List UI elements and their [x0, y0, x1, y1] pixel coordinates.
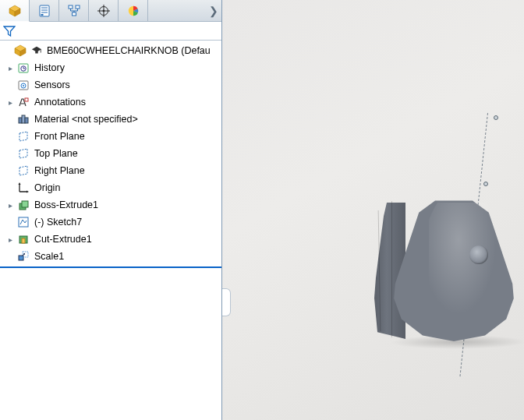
model-highlight: [429, 203, 503, 327]
piecolor-icon: [127, 5, 140, 17]
crosshair-icon: [97, 5, 110, 17]
svg-rect-38: [22, 238, 25, 243]
svg-rect-30: [22, 115, 25, 123]
axis-endpoint: [494, 115, 498, 120]
cutextrude-icon: [16, 232, 31, 246]
tree-node-label: Scale1: [33, 251, 66, 262]
cube-gold-icon: [12, 44, 28, 58]
tree-node-label: Annotations: [33, 97, 87, 108]
svg-point-26: [23, 85, 24, 86]
graphics-viewport[interactable]: [222, 0, 524, 420]
tree-node-label: Cut-Extrude1: [33, 234, 94, 245]
tree-node-label: Boss-Extrude1: [33, 199, 100, 210]
tree-node-label: Top Plane: [33, 148, 80, 159]
tree-node-right-plane[interactable]: Right Plane: [0, 162, 221, 179]
tree-filter-bar[interactable]: [0, 22, 221, 41]
tree-node-label: Sensors: [33, 79, 72, 90]
svg-rect-20: [35, 51, 38, 54]
svg-rect-29: [19, 118, 22, 123]
svg-rect-35: [22, 201, 28, 207]
svg-rect-36: [19, 217, 28, 227]
display-manager-tab[interactable]: [119, 0, 148, 21]
tree-node-annotations[interactable]: ▸ Annotations: [0, 94, 221, 111]
panel-resize-handle[interactable]: [222, 288, 231, 316]
plane-icon: [16, 164, 31, 178]
configuration-manager-tab[interactable]: [59, 0, 89, 21]
tree-node-label: Front Plane: [33, 131, 87, 142]
feature-manager-panel: ❯ BME60CWHEELCHAIRKNOB (Defau: [0, 0, 222, 420]
svg-rect-31: [25, 118, 28, 123]
svg-rect-10: [72, 12, 76, 16]
tree-node-front-plane[interactable]: Front Plane: [0, 128, 221, 145]
tree-node-cut-extrude1[interactable]: ▸ Cut-Extrude1: [0, 231, 221, 248]
model-edge: [391, 201, 392, 337]
tree-root[interactable]: BME60CWHEELCHAIRKNOB (Defau: [0, 42, 221, 59]
sheet-lines-icon: [38, 5, 51, 17]
material-icon: [16, 112, 31, 126]
cube-gold-icon: [9, 5, 21, 17]
plane-icon: [16, 146, 31, 161]
tree-node-top-plane[interactable]: Top Plane: [0, 145, 221, 162]
tree-node-sensors[interactable]: Sensors: [0, 76, 221, 94]
part-model[interactable]: [366, 195, 522, 351]
tree-node-label: Origin: [33, 182, 62, 193]
svg-rect-8: [69, 5, 73, 9]
feature-tree: BME60CWHEELCHAIRKNOB (Defau ▸ History Se…: [0, 41, 221, 420]
overflow-chevron[interactable]: ❯: [206, 0, 221, 21]
expand-toggle[interactable]: ▸: [5, 98, 16, 107]
tree-node-origin[interactable]: Origin: [0, 179, 221, 196]
tree-node-label: (-) Sketch7: [33, 217, 83, 228]
svg-rect-9: [76, 5, 80, 9]
svg-rect-7: [41, 14, 43, 16]
tree-node-label: Material <not specified>: [33, 114, 140, 125]
extrude-icon: [16, 198, 31, 212]
plane-icon: [16, 129, 31, 143]
annotations-icon: [16, 95, 31, 109]
dimxpert-manager-tab[interactable]: [89, 0, 119, 21]
expand-toggle[interactable]: ▸: [5, 201, 16, 210]
grad-cap-icon: [30, 44, 44, 58]
tree-node-scale1[interactable]: Scale1: [0, 248, 221, 265]
tabstrip-spacer: [148, 0, 206, 21]
expand-toggle[interactable]: ▸: [5, 235, 16, 244]
tree-struct-icon: [68, 5, 80, 17]
svg-marker-32: [19, 182, 21, 185]
funnel-icon: [3, 25, 16, 37]
property-manager-tab[interactable]: [30, 0, 59, 21]
chevron-right-icon: ❯: [209, 5, 218, 17]
expand-toggle[interactable]: ▸: [5, 64, 16, 72]
manager-tabstrip: ❯: [0, 0, 221, 22]
scale-icon: [16, 249, 31, 263]
tree-node-label: History: [33, 62, 66, 73]
svg-rect-28: [25, 98, 28, 101]
tree-root-label: BME60CWHEELCHAIRKNOB (Defau: [45, 45, 212, 56]
axis-point: [483, 182, 488, 186]
history-icon: [16, 61, 31, 75]
tree-node-history[interactable]: ▸ History: [0, 59, 221, 76]
svg-marker-33: [27, 191, 29, 193]
rollback-bar[interactable]: [0, 266, 221, 268]
sketch-icon: [16, 215, 31, 229]
feature-manager-tab[interactable]: [0, 0, 30, 22]
app-root: ❯ BME60CWHEELCHAIRKNOB (Defau: [0, 0, 524, 420]
model-hole-feature: [469, 245, 488, 264]
tree-node-boss-extrude1[interactable]: ▸ Boss-Extrude1: [0, 196, 221, 214]
origin-icon: [16, 181, 31, 195]
tree-node-label: Right Plane: [33, 165, 87, 176]
tree-node-material[interactable]: Material <not specified>: [0, 111, 221, 128]
sensors-icon: [16, 78, 31, 92]
tree-node-sketch7[interactable]: (-) Sketch7: [0, 214, 221, 231]
svg-point-14: [102, 9, 104, 12]
svg-marker-19: [32, 47, 41, 52]
